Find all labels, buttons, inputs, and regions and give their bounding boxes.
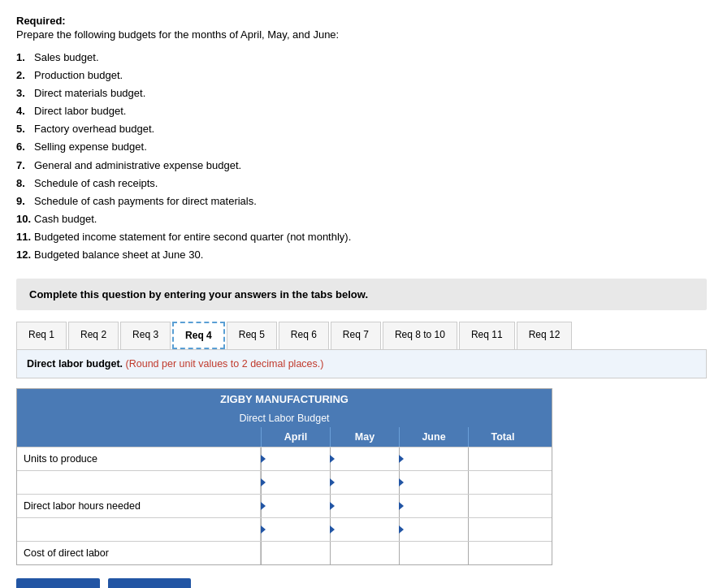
sub2-total-input[interactable] (469, 518, 537, 541)
sub1-april-cell[interactable] (261, 471, 330, 494)
sub1-may-input[interactable] (331, 471, 399, 494)
sub1-april-input[interactable] (262, 471, 330, 494)
list-item: 2.Production budget. (16, 67, 707, 84)
dlh-april-cell[interactable] (261, 495, 330, 517)
col-header-may: May (330, 427, 399, 447)
sub2-june-input[interactable] (400, 518, 468, 541)
tab-req-7[interactable]: Req 7 (331, 322, 381, 349)
prev-button[interactable]: < Req 3 (16, 578, 100, 588)
tab-req-6[interactable]: Req 6 (279, 322, 329, 349)
sub2-may-input[interactable] (331, 518, 399, 541)
tab-req-4[interactable]: Req 4 (172, 322, 225, 349)
list-item: 3.Direct materials budget. (16, 84, 707, 102)
list-number: 6. (16, 138, 31, 156)
list-text: General and administrative expense budge… (34, 157, 241, 175)
budget-title: Direct Labor Budget (17, 409, 552, 427)
units-total-cell[interactable] (468, 447, 537, 470)
tab-req-12[interactable]: Req 12 (517, 322, 573, 349)
list-number: 7. (16, 157, 31, 175)
list-number: 3. (16, 84, 31, 102)
required-intro: Prepare the following budgets for the mo… (16, 28, 707, 41)
dlh-total-cell[interactable] (468, 495, 537, 517)
table-row: Units to produce (17, 447, 552, 470)
page-container: Required: Prepare the following budgets … (0, 0, 723, 588)
list-item: 1.Sales budget. (16, 49, 707, 67)
budget-header-row: April May June Total (17, 427, 552, 447)
budget-table: ZIGBY MANUFACTURING Direct Labor Budget … (16, 388, 552, 565)
units-april-input[interactable] (262, 447, 330, 470)
tab-content-area: Direct labor budget. (Round per unit val… (16, 350, 707, 378)
col-header-june: June (399, 427, 468, 447)
sub1-june-cell[interactable] (399, 471, 468, 494)
nav-buttons: < Req 3 Req 5 > (16, 578, 707, 588)
sub2-june-cell[interactable] (399, 518, 468, 541)
tabs-row: Req 1Req 2Req 3Req 4Req 5Req 6Req 7Req 8… (16, 322, 707, 350)
list-number: 9. (16, 192, 31, 210)
sub2-total-cell[interactable] (468, 518, 537, 541)
dlh-april-input[interactable] (262, 495, 330, 517)
tab-req-1[interactable]: Req 1 (16, 322, 67, 349)
cdl-april-cell[interactable] (261, 542, 330, 564)
units-may-input[interactable] (331, 447, 399, 470)
col-header-total: Total (468, 427, 537, 447)
units-april-cell[interactable] (261, 447, 330, 470)
row-label-units: Units to produce (17, 447, 261, 470)
cdl-june-input[interactable] (400, 542, 468, 564)
units-may-cell[interactable] (330, 447, 399, 470)
list-number: 2. (16, 67, 31, 84)
sub-label-1 (17, 471, 261, 494)
list-item: 9.Schedule of cash payments for direct m… (16, 192, 707, 210)
units-june-cell[interactable] (399, 447, 468, 470)
sub1-total-input[interactable] (469, 471, 537, 494)
sub2-may-cell[interactable] (330, 518, 399, 541)
sub1-may-cell[interactable] (330, 471, 399, 494)
list-number: 4. (16, 102, 31, 120)
list-text: Production budget. (34, 67, 123, 84)
dlh-may-input[interactable] (331, 495, 399, 517)
list-item: 7.General and administrative expense bud… (16, 157, 707, 175)
next-button[interactable]: Req 5 > (108, 578, 192, 588)
sub-label-2 (17, 518, 261, 541)
list-text: Selling expense budget. (34, 138, 147, 156)
required-section: Required: Prepare the following budgets … (16, 15, 707, 264)
units-june-input[interactable] (400, 447, 468, 470)
cdl-total-input[interactable] (469, 542, 537, 564)
tab-req-2[interactable]: Req 2 (68, 322, 119, 349)
cdl-june-cell[interactable] (399, 542, 468, 564)
cdl-may-cell[interactable] (330, 542, 399, 564)
list-item: 8.Schedule of cash receipts. (16, 175, 707, 192)
instruction-box: Complete this question by entering your … (16, 279, 707, 310)
sub2-april-input[interactable] (262, 518, 330, 541)
sub2-april-cell[interactable] (261, 518, 330, 541)
dlh-june-cell[interactable] (399, 495, 468, 517)
list-number: 1. (16, 49, 31, 67)
required-title: Required: (16, 15, 707, 27)
cdl-april-input[interactable] (262, 542, 330, 564)
row-label-dlh: Direct labor hours needed (17, 495, 261, 517)
cdl-total-cell[interactable] (468, 542, 537, 564)
list-number: 11. (16, 228, 31, 246)
list-item: 6.Selling expense budget. (16, 138, 707, 156)
sub1-june-input[interactable] (400, 471, 468, 494)
tab-req-11[interactable]: Req 11 (459, 322, 515, 349)
list-text: Budgeted income statement for entire sec… (34, 228, 351, 246)
list-number: 10. (16, 210, 31, 228)
tab-req-5[interactable]: Req 5 (227, 322, 277, 349)
dlh-total-input[interactable] (469, 495, 537, 517)
units-total-input[interactable] (469, 447, 537, 470)
list-text: Sales budget. (34, 49, 99, 67)
list-item: 10.Cash budget. (16, 210, 707, 228)
table-row-cdl: Cost of direct labor (17, 541, 552, 564)
required-list: 1.Sales budget.2.Production budget.3.Dir… (16, 49, 707, 264)
dlh-may-cell[interactable] (330, 495, 399, 517)
tab-req-3[interactable]: Req 3 (120, 322, 171, 349)
list-item: 12.Budgeted balance sheet at June 30. (16, 246, 707, 264)
sub1-total-cell[interactable] (468, 471, 537, 494)
table-row-dlh: Direct labor hours needed (17, 494, 552, 517)
table-row-sub2 (17, 517, 552, 541)
tab-req-8-to-10[interactable]: Req 8 to 10 (383, 322, 457, 349)
list-text: Budgeted balance sheet at June 30. (34, 246, 203, 264)
dlh-june-input[interactable] (400, 495, 468, 517)
col-header-label (17, 427, 261, 447)
cdl-may-input[interactable] (331, 542, 399, 564)
